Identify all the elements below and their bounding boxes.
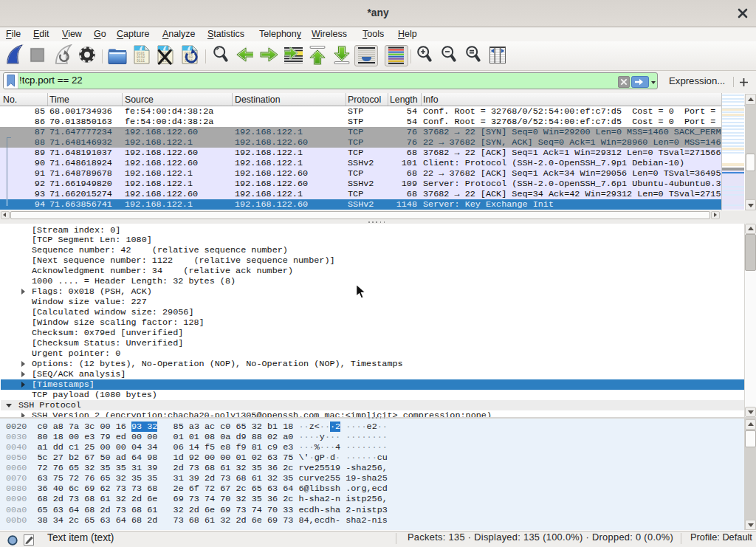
svg-text:0111: 0111 <box>137 59 145 63</box>
